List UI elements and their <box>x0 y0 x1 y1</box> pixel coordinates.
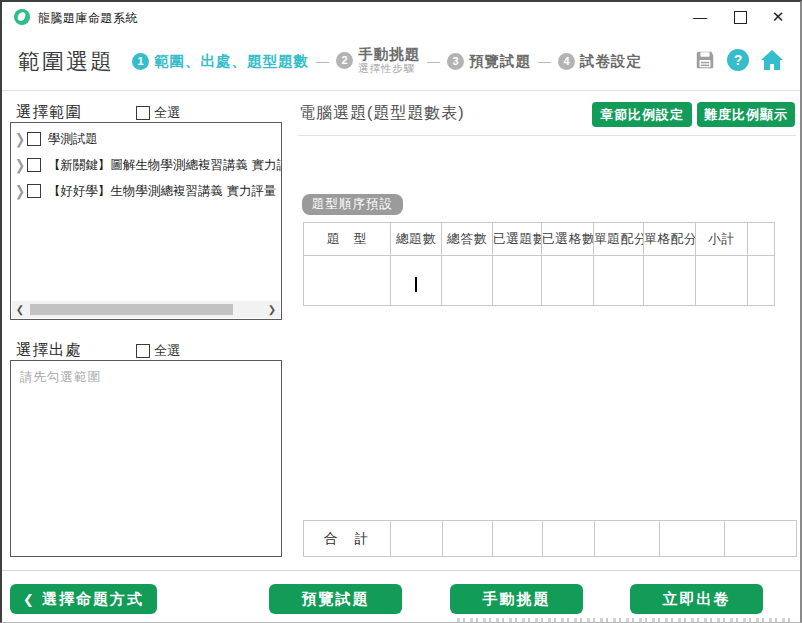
text-cursor <box>415 277 417 292</box>
col-question-type: 題 型 <box>304 223 391 256</box>
horizontal-scrollbar[interactable]: ❮ ❯ <box>12 301 280 318</box>
total-value-cell <box>391 521 443 557</box>
app-window: 龍騰題庫命題系統 — ✕ 範圍選題 1 範圍、出處、題型題數 — 2 手動挑題 … <box>0 0 802 623</box>
source-select-all-label: 全選 <box>154 342 180 360</box>
range-select-all-checkbox[interactable] <box>136 106 150 120</box>
col-selected-questions: 已選題數 <box>493 223 542 256</box>
title-bar: 龍騰題庫命題系統 — ✕ <box>2 2 800 32</box>
col-points-per-cell: 單格配分 <box>644 223 696 256</box>
chevron-right-icon[interactable]: ❯ <box>13 131 27 148</box>
total-value-cell <box>443 521 493 557</box>
step-indicator: 1 範圍、出處、題型題數 — 2 手動挑題 選擇性步驟 — 3 預覽試題 — 4… <box>132 32 642 90</box>
help-icon[interactable]: ? <box>727 49 749 71</box>
range-list-panel: ❯ 學測試題 ❯ 【新關鍵】圖解生物學測總複習講義 實力評量 ❯ 【好好學】生物… <box>10 122 282 320</box>
home-icon[interactable] <box>760 49 784 71</box>
back-button-label: 選擇命題方式 <box>42 590 144 609</box>
close-button[interactable]: ✕ <box>766 6 790 28</box>
scroll-right-icon[interactable]: ❯ <box>264 304 280 315</box>
source-placeholder: 請先勾選範圍 <box>11 361 281 394</box>
col-points-per-question: 單題配分 <box>594 223 644 256</box>
range-select-all-label: 全選 <box>154 104 180 122</box>
range-item-label: 【新關鍵】圖解生物學測總複習講義 實力評量 <box>48 157 281 174</box>
preview-questions-button[interactable]: 預覽試題 <box>269 584 402 614</box>
step-3-circle: 3 <box>447 53 464 70</box>
step-2-label: 手動挑題 <box>358 47 420 63</box>
range-item-checkbox[interactable] <box>27 158 41 172</box>
col-selected-cells: 已選格數 <box>542 223 594 256</box>
range-tree-item[interactable]: ❯ 【新關鍵】圖解生物學測總複習講義 實力評量 <box>13 152 281 178</box>
range-item-checkbox[interactable] <box>27 132 41 146</box>
type-order-preset-button[interactable]: 題型順序預設 <box>302 194 403 215</box>
col-extra <box>748 223 775 256</box>
cell-extra[interactable] <box>748 256 775 306</box>
range-item-label: 學測試題 <box>48 131 98 148</box>
difficulty-ratio-button[interactable]: 難度比例顯示 <box>697 102 795 127</box>
app-logo-icon <box>14 9 30 25</box>
step-2-sublabel: 選擇性步驟 <box>358 63 420 75</box>
chapter-ratio-button[interactable]: 章節比例設定 <box>592 102 692 127</box>
cell-points-per-cell[interactable] <box>644 256 696 306</box>
totals-row: 合 計 <box>304 521 797 557</box>
cell-total-questions[interactable] <box>391 256 442 306</box>
question-type-table: 題 型 總題數 總答數 已選題數 已選格數 單題配分 單格配分 小計 <box>303 222 775 306</box>
step-4-circle: 4 <box>558 53 575 70</box>
generate-paper-button[interactable]: 立即出卷 <box>630 584 763 614</box>
back-arrow-icon: ❮ <box>23 592 36 607</box>
background-window-artifact <box>457 618 790 622</box>
step-4-paper-settings[interactable]: 4 試卷設定 <box>558 52 642 71</box>
maximize-button[interactable] <box>728 6 752 28</box>
step-1-label: 範圍、出處、題型題數 <box>154 52 309 71</box>
footer-divider <box>2 570 800 571</box>
header: 範圍選題 1 範圍、出處、題型題數 — 2 手動挑題 選擇性步驟 — 3 預覽試… <box>2 32 800 91</box>
scrollbar-thumb[interactable] <box>30 304 233 315</box>
manual-pick-button[interactable]: 手動挑題 <box>450 584 583 614</box>
cell-selected-questions[interactable] <box>493 256 542 306</box>
step-3-preview[interactable]: 3 預覽試題 <box>447 52 531 71</box>
scrollbar-track[interactable] <box>28 303 264 316</box>
source-select-all[interactable]: 全選 <box>136 342 180 360</box>
totals-table: 合 計 <box>303 520 797 557</box>
source-list-panel: 請先勾選範圍 <box>10 360 282 557</box>
table-row <box>304 256 775 306</box>
table-header-row: 題 型 總題數 總答數 已選題數 已選格數 單題配分 單格配分 小計 <box>304 223 775 256</box>
range-item-label: 【好好學】生物學測總複習講義 實力評量 <box>48 183 276 200</box>
step-4-label: 試卷設定 <box>580 52 642 71</box>
col-total-questions: 總題數 <box>391 223 442 256</box>
source-select-all-checkbox[interactable] <box>136 344 150 358</box>
total-label-cell: 合 計 <box>304 521 391 557</box>
col-subtotal: 小計 <box>696 223 748 256</box>
page-title: 範圍選題 <box>18 47 114 77</box>
total-value-cell <box>725 521 797 557</box>
step-3-label: 預覽試題 <box>469 52 531 71</box>
range-tree-item[interactable]: ❯ 【好好學】生物學測總複習講義 實力評量 <box>13 178 281 204</box>
range-tree-item[interactable]: ❯ 學測試題 <box>13 126 281 152</box>
step-1-range[interactable]: 1 範圍、出處、題型題數 <box>132 52 309 71</box>
save-icon[interactable] <box>694 49 716 71</box>
choose-method-back-button[interactable]: ❮ 選擇命題方式 <box>10 584 157 614</box>
minimize-button[interactable]: — <box>688 6 712 28</box>
computer-selection-title: 電腦選題(題型題數表) <box>299 103 465 124</box>
cell-question-type[interactable] <box>304 256 391 306</box>
step-1-circle: 1 <box>132 53 149 70</box>
cell-total-answers[interactable] <box>442 256 493 306</box>
cell-selected-cells[interactable] <box>542 256 594 306</box>
total-value-cell <box>543 521 595 557</box>
chevron-right-icon[interactable]: ❯ <box>13 157 27 174</box>
col-total-answers: 總答數 <box>442 223 493 256</box>
step-2-manual-pick[interactable]: 2 手動挑題 選擇性步驟 <box>336 47 420 74</box>
scroll-left-icon[interactable]: ❮ <box>12 304 28 315</box>
step-separator: — <box>427 54 440 69</box>
chevron-right-icon[interactable]: ❯ <box>13 183 27 200</box>
total-value-cell <box>493 521 543 557</box>
right-panel-divider <box>298 135 796 136</box>
total-value-cell <box>595 521 660 557</box>
cell-subtotal[interactable] <box>696 256 748 306</box>
maximize-icon <box>734 11 747 24</box>
source-section-title: 選擇出處 <box>16 340 82 361</box>
cell-points-per-question[interactable] <box>594 256 644 306</box>
app-title: 龍騰題庫命題系統 <box>38 10 138 27</box>
range-select-all[interactable]: 全選 <box>136 104 180 122</box>
range-section-title: 選擇範圍 <box>16 102 82 123</box>
step-2-circle: 2 <box>336 52 353 69</box>
range-item-checkbox[interactable] <box>27 184 41 198</box>
